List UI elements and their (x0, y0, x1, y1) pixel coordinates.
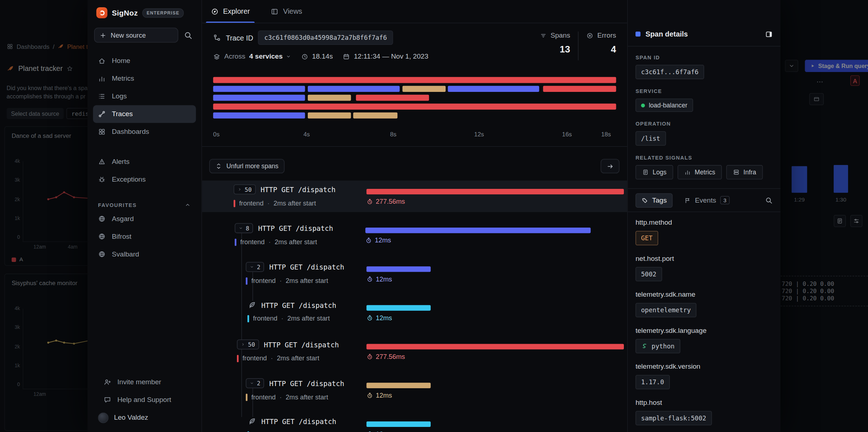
sidebar-item-asgard[interactable]: Asgard (93, 210, 196, 228)
span-duration-bar[interactable] (366, 344, 624, 350)
span-duration-bar[interactable] (366, 422, 430, 427)
stopwatch-icon (366, 353, 373, 360)
operation-value[interactable]: /list (635, 131, 666, 146)
span-expander[interactable]: 50 (237, 339, 259, 350)
span-duration-bar[interactable] (366, 383, 430, 388)
minimap-span-bar (308, 113, 351, 119)
tag-item: telemetry.sdk.languagepython (635, 327, 773, 353)
signoz-logo-icon (96, 7, 107, 18)
span-expander[interactable]: 2 (246, 262, 264, 272)
sidebar-item-alerts[interactable]: Alerts (93, 153, 196, 170)
logs-icon (98, 93, 106, 100)
services-dropdown[interactable]: 4 services (249, 52, 291, 60)
time-axis: 0s4s8s12s16s18s (213, 121, 616, 146)
minimap-span-bar (353, 113, 398, 119)
child-span-count: 50 (245, 186, 252, 192)
span-id-value[interactable]: c3c61f...6f7af6 (635, 65, 704, 79)
span-duration-bar[interactable] (366, 266, 430, 272)
sidebar-item-label: Bifrost (112, 233, 131, 240)
span-service: frontend (253, 431, 277, 432)
tab-events[interactable]: Events 3 (678, 193, 736, 208)
span-start-offset: 2ms after start (287, 314, 329, 322)
tab-views[interactable]: Views (270, 0, 303, 23)
sidebar-item-invite-member[interactable]: Invite member (98, 373, 190, 391)
span-duration-bar[interactable] (366, 189, 624, 194)
span-row[interactable]: 8HTTP GET /dispatchfrontend·2ms after st… (202, 219, 627, 251)
service-value[interactable]: load-balancer (635, 98, 693, 112)
stopwatch-icon (366, 392, 373, 399)
tab-explorer[interactable]: Explorer (210, 0, 251, 23)
errors-count: Errors 4 (586, 31, 616, 60)
span-meta: frontend·2ms after start (246, 393, 366, 401)
minimap-span-bar (308, 95, 351, 101)
span-duration-bar[interactable] (365, 228, 590, 233)
span-row[interactable]: 50HTTP GET /dispatchfrontend·2ms after s… (202, 181, 627, 212)
tag-item: http.hostsample-flask:5002 (635, 399, 773, 425)
collapse-panel-icon[interactable] (765, 30, 773, 38)
plus-icon (100, 32, 106, 38)
span-row[interactable]: 2HTTP GET /dispatchfrontend·2ms after st… (202, 374, 627, 406)
sidebar-item-dashboards[interactable]: Dashboards (93, 123, 196, 141)
favourites-nav: AsgardBifrostSvalbard (88, 210, 201, 263)
favourites-header[interactable]: FAVOURITES (98, 202, 191, 208)
related-signals-label: RELATED SIGNALS (635, 154, 773, 161)
span-name: HTTP GET /dispatch (260, 185, 335, 194)
new-source-button[interactable]: New source (94, 28, 178, 43)
minimap-span-bar (213, 113, 305, 119)
span-expander[interactable]: 50 (234, 185, 256, 195)
time-axis-tick: 4s (303, 131, 310, 137)
child-span-count: 8 (246, 225, 250, 231)
sidebar-item-label: Dashboards (112, 128, 149, 136)
span-duration-bar[interactable] (366, 305, 430, 310)
sidebar-item-home[interactable]: Home (93, 52, 196, 70)
span-row[interactable]: HTTP GET /dispatchfrontend·2ms after sta… (202, 297, 627, 328)
next-button[interactable] (601, 159, 620, 173)
tag-value[interactable]: sample-flask:5002 (635, 411, 712, 425)
tag-value[interactable]: python (635, 339, 680, 353)
secondary-nav: AlertsExceptions (88, 153, 201, 188)
calendar-icon (343, 53, 350, 60)
sidebar-item-traces[interactable]: Traces (93, 105, 196, 123)
user-menu[interactable]: Leo Valdez (93, 409, 196, 427)
sidebar-item-exceptions[interactable]: Exceptions (93, 170, 196, 188)
sidebar-item-help-and-support[interactable]: Help and Support (98, 391, 190, 409)
span-row[interactable]: 2HTTP GET /dispatchfrontend·2ms after st… (202, 258, 627, 289)
sidebar-item-bifrost[interactable]: Bifrost (93, 228, 196, 245)
sidebar-item-metrics[interactable]: Metrics (93, 70, 196, 88)
sidebar-item-logs[interactable]: Logs (93, 88, 196, 105)
span-start-offset: 2ms after start (286, 277, 328, 284)
span-row[interactable]: 50HTTP GET /dispatchfrontend·2ms after s… (202, 336, 627, 367)
related-metrics-button[interactable]: Metrics (677, 165, 722, 179)
tags-search-icon[interactable] (765, 196, 773, 204)
primary-nav: HomeMetricsLogsTracesDashboards (88, 52, 201, 141)
span-name: HTTP GET /dispatch (269, 263, 344, 271)
tag-value[interactable]: 1.17.0 (635, 375, 669, 389)
footer-nav: Invite memberHelp and Support (93, 373, 196, 409)
tag-value[interactable]: opentelemetry (635, 303, 696, 317)
span-duration-label: 12ms (365, 237, 391, 244)
unfurl-more-spans-button[interactable]: Unfurl more spans (209, 159, 285, 173)
span-row[interactable]: HTTP GET /dispatchfrontend·2ms after sta… (202, 413, 627, 432)
related-logs-button[interactable]: Logs (635, 165, 673, 179)
related-infra-button[interactable]: Infra (726, 165, 763, 179)
waterfall-toolbar: Unfurl more spans (202, 147, 627, 173)
tab-tags[interactable]: Tags (635, 193, 673, 207)
sidebar-search-icon[interactable] (184, 31, 192, 39)
metrics-icon (98, 75, 106, 82)
stopwatch-icon (366, 198, 373, 205)
tag-value[interactable]: 5002 (635, 267, 662, 281)
explorer-tabbar: Explorer Views (202, 0, 627, 23)
minimap-span-bar (356, 95, 429, 101)
tags-list: http.methodGETnet.host.port5002telemetry… (628, 212, 780, 432)
tag-value[interactable]: GET (635, 231, 658, 245)
chevron-down-icon (285, 54, 291, 59)
sidebar-item-svalbard[interactable]: Svalbard (93, 245, 196, 263)
span-service: frontend (239, 199, 263, 207)
trace-minimap[interactable]: 0s4s8s12s16s18s (202, 69, 627, 147)
span-expander[interactable]: 8 (235, 223, 253, 233)
trace-id-value[interactable]: c3c61f0863d0a45998a72a7b8f6f7af6 (258, 30, 393, 45)
span-service: frontend (240, 238, 264, 246)
trace-header: Trace ID c3c61f0863d0a45998a72a7b8f6f7af… (202, 23, 627, 69)
brand-name: SigNoz (112, 9, 138, 17)
span-expander[interactable]: 2 (246, 378, 264, 388)
